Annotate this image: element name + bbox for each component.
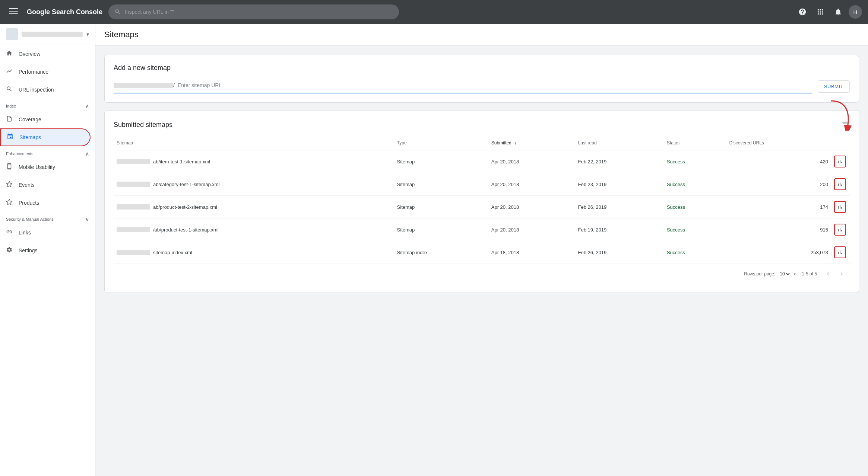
mobile-icon [6,163,13,172]
sidebar-item-sitemaps[interactable]: Sitemaps [0,128,91,146]
col-last-read: Last read [575,136,664,150]
sitemaps-label: Sitemaps [19,134,41,140]
apps-button[interactable] [813,4,828,19]
sidebar-item-events[interactable]: Events [0,176,91,194]
sidebar-item-settings[interactable]: Settings [0,242,91,259]
chart-button[interactable] [834,178,846,190]
svg-marker-5 [7,199,12,204]
sitemap-url-input[interactable] [175,79,812,91]
enhancements-label: Enhancements [6,151,33,156]
security-section-label: Security & Manual Actions [6,217,54,221]
property-selector[interactable]: ▾ [0,24,95,45]
table-row: ab/item-test-1-sitemap.xmlSitemapApr 20,… [114,150,850,173]
page-navigation [823,269,847,279]
submitted-date-cell: Apr 18, 2018 [488,241,575,264]
security-chevron-icon[interactable]: ∨ [85,216,89,222]
url-inspection-label: URL inspection [19,87,54,93]
svg-rect-2 [9,13,18,14]
submitted-date-cell: Apr 20, 2018 [488,218,575,241]
chart-button[interactable] [834,246,846,258]
sitemap-url-cell: /ab/product-test-1-sitemap.xml [114,218,394,241]
rows-per-page: Rows per page: 10 25 50 ▾ [744,271,796,277]
menu-icon[interactable] [6,4,21,20]
index-section-header: Index ∧ [0,99,95,111]
enhancements-chevron-icon[interactable]: ∧ [85,151,89,157]
filter-icon[interactable] [841,119,850,128]
page-info: 1-5 of 5 [802,271,817,277]
sidebar-item-url-inspection[interactable]: URL inspection [0,81,91,99]
sidebar-item-performance[interactable]: Performance [0,63,91,81]
chart-button-cell [831,150,850,173]
sitemaps-table: Sitemap Type Submitted ↓ Last read Statu… [114,136,850,264]
svg-marker-4 [7,181,12,186]
coverage-icon [6,115,13,124]
pagination: Rows per page: 10 25 50 ▾ 1-5 of 5 [114,264,850,284]
events-icon [6,181,13,189]
chart-button[interactable] [834,201,846,213]
col-type: Type [394,136,488,150]
dropdown-arrow-icon: ▾ [794,272,796,276]
status-cell: Success [664,241,726,264]
sitemap-type-cell: Sitemap [394,196,488,218]
settings-icon [6,246,13,255]
search-bar[interactable] [108,4,399,19]
sidebar-item-overview[interactable]: Overview [0,45,91,63]
col-discovered-urls: Discovered URLs [726,136,831,150]
sitemap-url-cell: ab/item-test-1-sitemap.xml [114,150,394,173]
prev-page-button[interactable] [823,269,833,279]
sidebar-item-links[interactable]: Links [0,224,91,242]
sidebar-item-mobile-usability[interactable]: Mobile Usability [0,158,91,176]
index-chevron-icon[interactable]: ∧ [85,103,89,109]
last-read-date-cell: Feb 26, 2019 [575,241,664,264]
performance-icon [6,68,13,76]
events-label: Events [19,182,35,188]
status-cell: Success [664,196,726,218]
submit-button[interactable]: SUBMIT [818,80,850,93]
home-icon [6,50,13,58]
links-label: Links [19,230,31,236]
avatar[interactable]: H [849,5,862,19]
search-icon [114,9,121,15]
col-submitted[interactable]: Submitted ↓ [488,136,575,150]
discovered-urls-cell: 174 [726,196,831,218]
main-content: Sitemaps Add a new sitemap / SUBMIT Subm… [95,24,868,476]
sitemap-type-cell: Sitemap [394,173,488,196]
discovered-urls-cell: 253,073 [726,241,831,264]
index-section-label: Index [6,104,16,108]
notifications-button[interactable] [831,4,846,19]
add-sitemap-card: Add a new sitemap / SUBMIT [104,55,859,103]
app-logo: Google Search Console [27,8,102,16]
rows-per-page-select[interactable]: 10 25 50 [778,271,791,277]
help-button[interactable] [795,4,810,19]
status-cell: Success [664,218,726,241]
sitemap-base-url: / [114,82,175,88]
filter-area [841,119,850,130]
table-head: Sitemap Type Submitted ↓ Last read Statu… [114,136,850,150]
topbar: Google Search Console H [0,0,868,24]
last-read-date-cell: Feb 26, 2019 [575,196,664,218]
rows-per-page-label: Rows per page: [744,271,775,277]
table-row: ab/category-test-1-sitemap.xmlSitemapApr… [114,173,850,196]
sitemap-type-cell: Sitemap [394,150,488,173]
sidebar-item-products[interactable]: Products [0,194,91,212]
chart-button-cell [831,241,850,264]
chart-button[interactable] [834,156,846,167]
chart-button[interactable] [834,224,846,236]
table-row: /ab/product-test-1-sitemap.xmlSitemapApr… [114,218,850,241]
next-page-button[interactable] [836,269,847,279]
submitted-date-cell: Apr 20, 2018 [488,196,575,218]
sitemap-type-cell: Sitemap [394,218,488,241]
submitted-sitemaps-title: Submitted sitemaps [114,121,172,129]
links-icon [6,229,13,237]
sitemap-type-cell: Sitemap index [394,241,488,264]
chart-button-cell [831,173,850,196]
settings-label: Settings [19,247,38,253]
property-url [22,32,83,37]
page-title: Sitemaps [95,24,868,46]
chevron-down-icon: ▾ [86,31,89,37]
submitted-sitemaps-card: Submitted sitemaps [104,110,859,293]
search-input[interactable] [125,9,393,15]
products-icon [6,199,13,207]
mobile-usability-label: Mobile Usability [19,164,55,170]
sidebar-item-coverage[interactable]: Coverage [0,111,91,128]
